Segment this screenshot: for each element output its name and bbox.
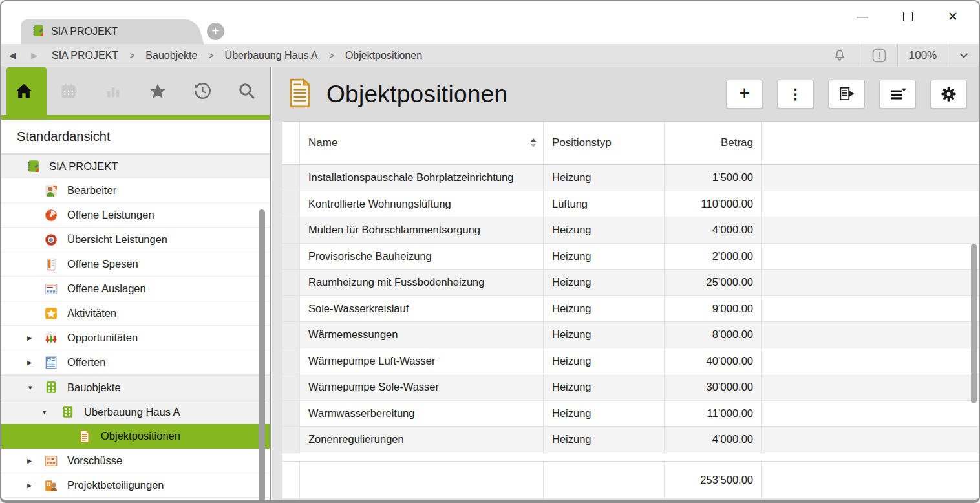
table-row[interactable]: Wärmepumpe Sole-Wasser Heizung 30’000.00 [282, 374, 979, 401]
sidebar-item-bauobjekte[interactable]: ▼ Bauobjekte [1, 375, 270, 400]
forward-button[interactable]: ▶ [23, 50, 45, 60]
cell-positionstyp[interactable]: Heizung [544, 165, 665, 191]
row-selector-gutter[interactable] [282, 322, 300, 348]
row-selector-gutter[interactable] [282, 427, 300, 453]
table-row[interactable]: Raumheizung mit Fussbodenheizung Heizung… [282, 270, 979, 296]
cell-positionstyp[interactable]: Heizung [544, 244, 665, 270]
collapse-arrow-icon[interactable]: ▶ [27, 359, 44, 366]
zoom-level[interactable]: 100% [897, 44, 948, 67]
cell-betrag[interactable]: 30’000.00 [665, 374, 762, 400]
cell-positionstyp[interactable]: Heizung [544, 374, 665, 400]
cell-name[interactable]: Provisorische Bauheizung [300, 244, 544, 270]
sidebar-item-projektbeteiligungen[interactable]: ▶ Projektbeteiligungen [1, 473, 270, 498]
report-button[interactable] [828, 80, 865, 109]
sidebar-item-uebersicht-leistungen[interactable]: Übersicht Leistungen [1, 228, 270, 252]
sidebar-item-vorschuesse[interactable]: ▶ Vorschüsse [1, 449, 270, 473]
back-button[interactable]: ◀ [1, 50, 23, 60]
row-selector-gutter[interactable] [282, 401, 300, 427]
cell-positionstyp[interactable]: Heizung [544, 322, 665, 348]
table-row[interactable]: Installationspauschale Bohrplatzeinricht… [282, 165, 979, 191]
expand-arrow-icon[interactable]: ▼ [41, 409, 61, 416]
sidebar-scrollbar[interactable] [259, 209, 265, 502]
more-actions-button[interactable]: ⋮ [777, 80, 814, 109]
column-header-positionstyp[interactable]: Positionstyp [544, 122, 665, 164]
breadcrumb-item[interactable]: SIA PROJEKT [52, 50, 118, 61]
tab-calendar[interactable] [46, 67, 91, 115]
cell-betrag[interactable]: 25’000.00 [665, 270, 762, 295]
cell-betrag[interactable]: 2’000.00 [665, 244, 762, 270]
row-selector-gutter[interactable] [282, 270, 300, 295]
table-row[interactable]: Sole-Wasserkreislauf Heizung 9’000.00 [282, 296, 979, 323]
sidebar-item-offerten[interactable]: ▶ Offerten [1, 350, 270, 375]
cell-betrag[interactable]: 1’500.00 [665, 165, 762, 191]
maximize-button[interactable] [893, 6, 922, 26]
table-scrollbar[interactable] [971, 244, 977, 403]
collapse-arrow-icon[interactable]: ▶ [27, 457, 44, 464]
close-button[interactable]: ✕ [939, 6, 967, 26]
table-row[interactable]: Zonenregulierungen Heizung 4’000.00 [282, 427, 979, 453]
tab-home[interactable] [1, 67, 46, 115]
row-selector-gutter[interactable] [282, 244, 300, 270]
row-selector-gutter[interactable] [282, 165, 300, 191]
cell-positionstyp[interactable]: Heizung [544, 348, 665, 374]
cell-name[interactable]: Mulden für Bohrschlammentsorgung [300, 217, 544, 243]
table-row[interactable]: Wärmemessungen Heizung 8’000.00 [282, 322, 979, 348]
tab-history[interactable] [180, 67, 225, 115]
tab-favorites[interactable] [136, 67, 180, 115]
minimize-button[interactable]: — [848, 6, 877, 26]
cell-betrag[interactable]: 40’000.00 [665, 348, 762, 374]
sidebar-item-sia-projekt[interactable]: SIA PROJEKT [1, 154, 270, 178]
table-row[interactable]: Wärmepumpe Luft-Wasser Heizung 40’000.00 [282, 348, 979, 375]
cell-name[interactable]: Wärmepumpe Sole-Wasser [300, 374, 544, 400]
sidebar-item-opportunitaeten[interactable]: ▶ Opportunitäten [1, 326, 270, 350]
sidebar-item-bearbeiter[interactable]: Bearbeiter [1, 178, 270, 203]
new-tab-button[interactable]: + [207, 23, 224, 40]
row-selector-gutter[interactable] [282, 348, 300, 374]
table-row[interactable]: Mulden für Bohrschlammentsorgung Heizung… [282, 217, 979, 244]
breadcrumb-item[interactable]: Überbauung Haus A [225, 50, 318, 61]
table-row[interactable]: Provisorische Bauheizung Heizung 2’000.0… [282, 244, 979, 270]
project-tab[interactable]: SIA PROJEKT [21, 19, 190, 44]
cell-positionstyp[interactable]: Heizung [544, 427, 665, 453]
sidebar-item-aktivitaeten[interactable]: Aktivitäten [1, 301, 270, 326]
column-header-name[interactable]: Name [300, 122, 544, 164]
cell-name[interactable]: Raumheizung mit Fussbodenheizung [300, 270, 544, 295]
sidebar-item-ueberbauung-haus-a[interactable]: ▼ Überbauung Haus A [1, 400, 270, 424]
sidebar-item-offene-leistungen[interactable]: Offene Leistungen [1, 203, 270, 228]
cell-positionstyp[interactable]: Heizung [544, 401, 665, 427]
sidebar-item-offene-spesen[interactable]: Offene Spesen [1, 252, 270, 277]
cell-positionstyp[interactable]: Lüftung [544, 191, 665, 217]
collapse-arrow-icon[interactable]: ▶ [27, 482, 44, 489]
sidebar-item-offene-auslagen[interactable]: Offene Auslagen [1, 277, 270, 301]
cell-betrag[interactable]: 9’000.00 [665, 296, 762, 322]
cell-positionstyp[interactable]: Heizung [544, 217, 665, 243]
cell-positionstyp[interactable]: Heizung [544, 270, 665, 295]
add-button[interactable]: + [726, 80, 763, 109]
row-selector-gutter[interactable] [282, 217, 300, 243]
column-header-betrag[interactable]: Betrag [665, 122, 762, 164]
expand-arrow-icon[interactable]: ▼ [27, 384, 44, 391]
cell-betrag[interactable]: 11’000.00 [665, 401, 762, 427]
sort-icon[interactable] [530, 138, 537, 147]
cell-positionstyp[interactable]: Heizung [544, 296, 665, 322]
cell-name[interactable]: Warmwasserbereitung [300, 401, 544, 427]
cell-name[interactable]: Sole-Wasserkreislauf [300, 296, 544, 322]
cell-betrag[interactable]: 4’000.00 [665, 217, 762, 243]
table-row[interactable]: Kontrollierte Wohnungslüftung Lüftung 11… [282, 191, 979, 218]
cell-betrag[interactable]: 4’000.00 [665, 427, 762, 453]
cell-name[interactable]: Wärmepumpe Luft-Wasser [300, 348, 544, 374]
row-selector-gutter[interactable] [282, 191, 300, 217]
view-menu-button[interactable] [879, 80, 916, 109]
cell-name[interactable]: Kontrollierte Wohnungslüftung [300, 191, 544, 217]
row-selector-gutter[interactable] [282, 374, 300, 400]
cell-name[interactable]: Installationspauschale Bohrplatzeinricht… [300, 165, 544, 191]
cell-name[interactable]: Wärmemessungen [300, 322, 544, 348]
collapse-arrow-icon[interactable]: ▶ [27, 334, 44, 341]
notifications-button[interactable] [820, 44, 860, 67]
tab-search[interactable] [225, 67, 270, 115]
tab-charts[interactable] [91, 67, 135, 115]
breadcrumb-item[interactable]: Objektpositionen [345, 50, 422, 61]
table-row[interactable]: Warmwasserbereitung Heizung 11’000.00 [282, 401, 979, 427]
cell-name[interactable]: Zonenregulierungen [300, 427, 544, 453]
settings-button[interactable] [930, 80, 967, 109]
